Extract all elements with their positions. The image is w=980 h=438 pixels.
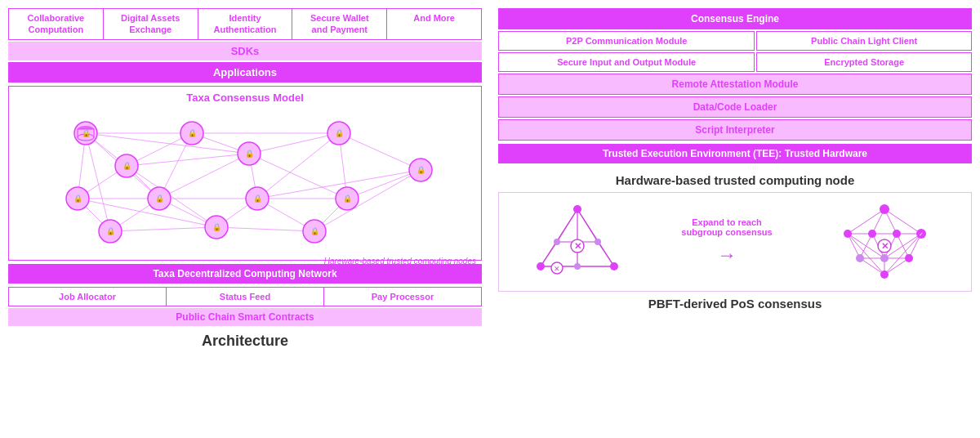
svg-line-83	[848, 209, 884, 234]
status-feed: Status Feed	[167, 288, 324, 306]
svg-text:✕: ✕	[574, 241, 581, 251]
svg-text:✕: ✕	[554, 265, 560, 273]
svg-line-32	[110, 227, 216, 231]
svg-point-105	[880, 204, 889, 214]
svg-text:🔒: 🔒	[188, 128, 198, 138]
svg-text:🔒: 🔒	[106, 226, 116, 236]
arch-label: Architecture	[8, 333, 482, 350]
svg-text:🔒: 🔒	[245, 149, 255, 159]
applications-bar: Applications	[8, 62, 482, 83]
nodes-label: Hareware-based trusted computing nodes	[14, 257, 476, 266]
svg-text:🔒: 🔒	[155, 194, 165, 203]
svg-point-107	[844, 230, 852, 238]
smart-contracts-bar: Public Chain Smart Contracts	[8, 308, 482, 326]
consensus-engine-bar: Consensus Engine	[498, 8, 972, 29]
expand-label: Expand to reach subgroup consensus	[674, 217, 780, 237]
svg-line-19	[257, 133, 339, 199]
public-chain-light-client: Public Chain Light Client	[756, 31, 972, 51]
svg-line-34	[86, 133, 110, 231]
remote-attestation: Remote Attestation Module	[498, 74, 972, 95]
svg-point-113	[856, 254, 864, 262]
consensus-title: Taxa Consensus Model	[14, 92, 476, 104]
svg-line-11	[127, 154, 249, 166]
feature-wallet: Secure Wallet and Payment	[292, 9, 387, 39]
svg-text:🔒: 🔒	[343, 194, 353, 203]
sdks-bar: SDKs	[8, 42, 482, 60]
svg-text:🔒: 🔒	[122, 161, 132, 171]
svg-text:🔒: 🔒	[335, 128, 345, 138]
pbft-right-graph: ✓ ✕ ✓	[831, 201, 938, 283]
nodes-area: 🔒 🔒 🔒 🔒 🔒 🔒	[14, 109, 476, 252]
svg-text:🔒: 🔒	[82, 128, 91, 138]
svg-point-82	[574, 263, 581, 270]
svg-text:✓: ✓	[831, 201, 835, 203]
svg-point-81	[595, 239, 601, 245]
svg-point-77	[573, 205, 581, 213]
script-interpreter: Script Interpreter	[498, 119, 972, 141]
arrow-right-icon: →	[717, 244, 737, 266]
feature-digital-assets: Digital Assets Exchange	[104, 9, 198, 39]
right-panel: Consensus Engine P2P Communication Modul…	[498, 8, 972, 311]
svg-line-4	[86, 133, 249, 154]
feature-more: And More	[387, 9, 481, 39]
bottom-row: Job Allocator Status Feed Pay Processor	[8, 287, 482, 306]
svg-text:🔒: 🔒	[212, 222, 222, 232]
tee-bar: Trusted Execution Environment (TEE): Tru…	[498, 144, 972, 163]
top-feature-row: Collaborative Computation Digital Assets…	[8, 8, 482, 40]
p2p-module: P2P Communication Module	[498, 31, 755, 51]
svg-point-109	[893, 230, 901, 238]
right-top: Consensus Engine P2P Communication Modul…	[498, 8, 972, 163]
svg-line-33	[216, 227, 314, 231]
p2p-row: P2P Communication Module Public Chain Li…	[498, 31, 972, 51]
hw-label: Hardware-based trusted computing node	[498, 173, 972, 187]
svg-text:✓: ✓	[919, 231, 924, 237]
feature-collaborative: Collaborative Computation	[9, 9, 104, 39]
svg-point-115	[905, 254, 913, 262]
pay-processor: Pay Processor	[324, 288, 481, 306]
svg-point-80	[554, 239, 560, 245]
svg-line-69	[577, 209, 598, 242]
svg-text:🔒: 🔒	[310, 226, 320, 236]
encrypted-storage: Encrypted Storage	[756, 52, 972, 72]
secure-io-row: Secure Input and Output Module Encrypted…	[498, 52, 972, 72]
pbft-label: PBFT-derived PoS consensus	[498, 297, 972, 311]
secure-io-module: Secure Input and Output Module	[498, 52, 755, 72]
pbft-section: ✕ ✕ Expand to reach subgroup consensus →	[498, 192, 972, 292]
svg-text:🔒: 🔒	[253, 194, 263, 203]
svg-point-114	[880, 254, 889, 262]
svg-line-86	[884, 209, 921, 234]
left-panel: Collaborative Computation Digital Assets…	[8, 8, 482, 350]
svg-text:🔒: 🔒	[74, 194, 83, 203]
data-code-loader: Data/Code Loader	[498, 96, 972, 118]
svg-point-79	[610, 262, 618, 270]
svg-line-13	[249, 133, 339, 154]
svg-line-72	[598, 242, 614, 266]
feature-identity: Identity Authentication	[198, 9, 293, 39]
consensus-section: Taxa Consensus Model	[8, 86, 482, 261]
svg-point-116	[880, 270, 889, 279]
svg-line-17	[339, 133, 421, 170]
network-svg: 🔒 🔒 🔒 🔒 🔒 🔒	[14, 109, 476, 252]
svg-line-15	[159, 154, 249, 199]
decentralized-bar: Taxa Decentralized Computing Network	[8, 264, 482, 284]
svg-line-68	[557, 209, 577, 242]
pbft-left-graph: ✕ ✕	[532, 201, 622, 283]
svg-point-78	[537, 262, 545, 270]
svg-text:🔒: 🔒	[416, 165, 426, 175]
svg-point-108	[868, 230, 876, 238]
job-allocator: Job Allocator	[9, 288, 167, 306]
svg-text:✕: ✕	[880, 241, 888, 251]
